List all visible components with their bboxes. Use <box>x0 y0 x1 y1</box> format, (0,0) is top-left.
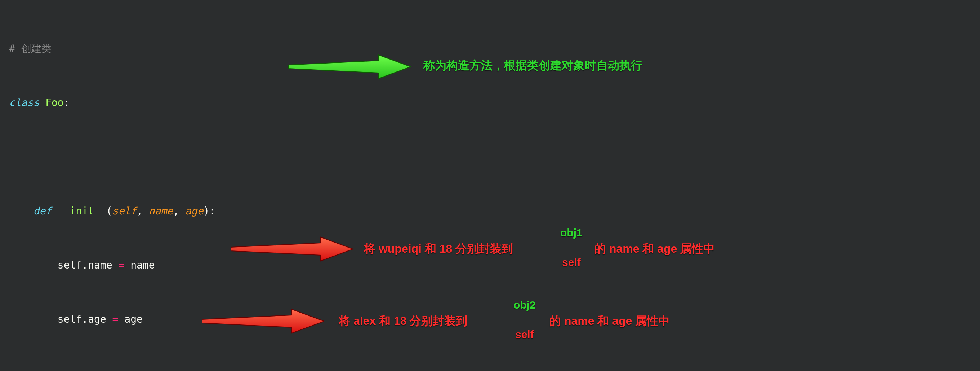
code-block: # 创建类 class Foo: def __init__(self, name… <box>9 3 215 371</box>
annotation-obj1-a: 将 wupeiqi 和 18 分别封装到 <box>364 241 513 257</box>
class-name: Foo <box>39 97 64 109</box>
code-line <box>9 148 215 166</box>
annotation-obj2-a: 将 alex 和 18 分别封装到 <box>339 313 467 329</box>
annotation-obj1-b: 的 name 和 age 属性中 <box>595 241 715 257</box>
param-name: name <box>149 205 173 217</box>
code-line: class Foo: <box>9 94 215 112</box>
kw-def: def <box>33 205 51 217</box>
annotation-obj2-top: obj2 <box>514 299 536 311</box>
assign: self.name <box>9 259 118 271</box>
code-line: self.age = age <box>9 310 215 328</box>
code-line <box>9 365 215 371</box>
diagram-root: # 创建类 class Foo: def __init__(self, name… <box>0 0 980 371</box>
punct: : <box>64 97 70 109</box>
code-line: # 创建类 <box>9 40 215 58</box>
kw-class: class <box>9 97 39 109</box>
code-line: def __init__(self, name, age): <box>9 202 215 220</box>
arrow-red-icon <box>202 309 324 334</box>
svg-marker-0 <box>288 55 411 79</box>
svg-marker-1 <box>231 237 353 261</box>
assign: self.age <box>9 313 112 325</box>
arrow-red-icon <box>231 237 353 262</box>
svg-marker-2 <box>202 309 324 333</box>
code-line: self.name = name <box>9 256 215 274</box>
annotation-obj1-top: obj1 <box>560 227 582 239</box>
comment: # 创建类 <box>9 43 51 54</box>
param-self: self <box>112 205 137 217</box>
param-age: age <box>185 205 204 217</box>
annotation-obj2-bot: self <box>515 328 534 341</box>
arrow-green-icon <box>288 54 411 79</box>
annotation-constructor: 称为构造方法，根据类创建对象时自动执行 <box>423 58 643 74</box>
annotation-obj1-bot: self <box>562 256 581 269</box>
fn-name: __init__ <box>51 205 106 217</box>
annotation-obj2-b: 的 name 和 age 属性中 <box>549 313 670 329</box>
